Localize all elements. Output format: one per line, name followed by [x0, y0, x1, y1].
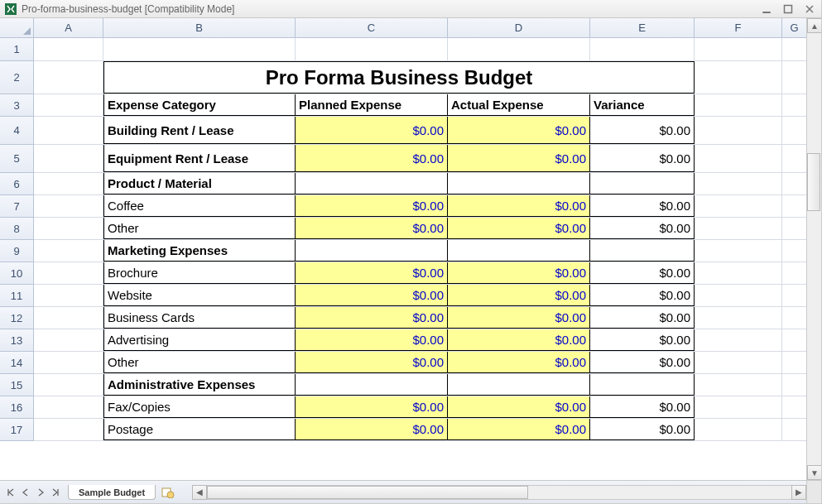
expense-label[interactable]: Business Cards: [103, 307, 296, 329]
expense-label[interactable]: Fax/Copies: [103, 396, 296, 418]
planned-value[interactable]: $0.00: [296, 262, 448, 284]
cell-F4[interactable]: [695, 117, 782, 144]
minimize-button[interactable]: [760, 3, 773, 15]
expense-label[interactable]: Equipment Rent / Lease: [103, 145, 296, 172]
tab-nav-prev[interactable]: [18, 485, 33, 500]
variance-value[interactable]: $0.00: [590, 419, 695, 440]
cell-G16[interactable]: [782, 396, 806, 418]
planned-value[interactable]: $0.00: [296, 352, 448, 373]
cell-G15[interactable]: [782, 374, 806, 396]
cell-B1[interactable]: [103, 38, 296, 60]
planned-value[interactable]: $0.00: [296, 195, 448, 217]
variance-value[interactable]: $0.00: [590, 307, 695, 329]
row-header-15[interactable]: 15: [0, 374, 34, 396]
cell-F5[interactable]: [695, 145, 782, 172]
cell-G9[interactable]: [782, 240, 806, 262]
cell-A15[interactable]: [34, 374, 103, 396]
horizontal-scrollbar[interactable]: ◀ ▶: [192, 485, 806, 500]
actual-value[interactable]: $0.00: [448, 307, 590, 329]
planned-value[interactable]: $0.00: [296, 419, 448, 440]
close-button[interactable]: [803, 3, 816, 15]
planned-value[interactable]: $0.00: [296, 218, 448, 239]
row-header-12[interactable]: 12: [0, 307, 34, 329]
column-header-D[interactable]: D: [448, 18, 590, 38]
header-variance[interactable]: Variance: [590, 94, 695, 116]
cell-A9[interactable]: [34, 240, 103, 262]
cell-C9[interactable]: [296, 240, 448, 262]
actual-value[interactable]: $0.00: [448, 145, 590, 172]
row-header-4[interactable]: 4: [0, 117, 34, 145]
cell-F8[interactable]: [695, 218, 782, 239]
section-label[interactable]: Marketing Expenses: [103, 240, 296, 262]
planned-value[interactable]: $0.00: [296, 307, 448, 329]
expense-label[interactable]: Building Rent / Lease: [103, 117, 296, 144]
column-header-E[interactable]: E: [590, 18, 695, 38]
cell-F1[interactable]: [695, 38, 782, 60]
variance-value[interactable]: $0.00: [590, 262, 695, 284]
actual-value[interactable]: $0.00: [448, 352, 590, 373]
row-header-10[interactable]: 10: [0, 262, 34, 285]
cell-D1[interactable]: [448, 38, 590, 60]
expense-label[interactable]: Coffee: [103, 195, 296, 217]
planned-value[interactable]: $0.00: [296, 145, 448, 172]
cell-A10[interactable]: [34, 262, 103, 284]
cell-D15[interactable]: [448, 374, 590, 396]
variance-value[interactable]: $0.00: [590, 352, 695, 373]
row-header-16[interactable]: 16: [0, 396, 34, 419]
cell-G7[interactable]: [782, 195, 806, 217]
cell-F17[interactable]: [695, 419, 782, 440]
cell-F9[interactable]: [695, 240, 782, 262]
cell-F11[interactable]: [695, 285, 782, 306]
cell-A4[interactable]: [34, 117, 103, 144]
cell-F3[interactable]: [695, 94, 782, 116]
row-header-7[interactable]: 7: [0, 195, 34, 218]
row-header-3[interactable]: 3: [0, 94, 34, 117]
cell-A14[interactable]: [34, 352, 103, 373]
row-header-6[interactable]: 6: [0, 173, 34, 195]
vscroll-track[interactable]: [807, 33, 821, 465]
cell-E9[interactable]: [590, 240, 695, 262]
scroll-down-button[interactable]: ▼: [807, 465, 822, 480]
actual-value[interactable]: $0.00: [448, 195, 590, 217]
variance-value[interactable]: $0.00: [590, 218, 695, 239]
expense-label[interactable]: Advertising: [103, 329, 296, 351]
cell-G10[interactable]: [782, 262, 806, 284]
scroll-left-button[interactable]: ◀: [192, 485, 207, 500]
spreadsheet-grid[interactable]: ABCDEFG 1234567891011121314151617 Pro Fo…: [0, 18, 806, 480]
section-label[interactable]: Administrative Expenses: [103, 374, 296, 396]
sheet-tab-active[interactable]: Sample Budget: [68, 485, 156, 500]
planned-value[interactable]: $0.00: [296, 285, 448, 306]
cell-A16[interactable]: [34, 396, 103, 418]
row-header-9[interactable]: 9: [0, 240, 34, 262]
maximize-button[interactable]: [781, 3, 795, 15]
cell-G1[interactable]: [782, 38, 806, 60]
actual-value[interactable]: $0.00: [448, 117, 590, 144]
cell-A2[interactable]: [34, 61, 103, 94]
planned-value[interactable]: $0.00: [296, 329, 448, 351]
tab-nav-last[interactable]: [48, 485, 63, 500]
cell-G4[interactable]: [782, 117, 806, 144]
row-header-11[interactable]: 11: [0, 285, 34, 307]
cell-G17[interactable]: [782, 419, 806, 440]
cell-F2[interactable]: [695, 61, 782, 94]
expense-label[interactable]: Postage: [103, 419, 296, 440]
row-header-13[interactable]: 13: [0, 329, 34, 352]
scroll-right-button[interactable]: ▶: [791, 485, 806, 500]
row-header-1[interactable]: 1: [0, 38, 34, 61]
cell-F7[interactable]: [695, 195, 782, 217]
cell-G2[interactable]: [782, 61, 806, 94]
cell-G6[interactable]: [782, 173, 806, 194]
vertical-scrollbar[interactable]: ▲ ▼: [806, 18, 821, 480]
variance-value[interactable]: $0.00: [590, 285, 695, 306]
header-category[interactable]: Expense Category: [103, 94, 296, 116]
column-header-B[interactable]: B: [103, 18, 296, 38]
expense-label[interactable]: Other: [103, 218, 296, 239]
header-planned[interactable]: Planned Expense: [296, 94, 448, 116]
actual-value[interactable]: $0.00: [448, 285, 590, 306]
cell-A5[interactable]: [34, 145, 103, 172]
row-header-2[interactable]: 2: [0, 61, 34, 94]
cell-A8[interactable]: [34, 218, 103, 239]
cell-F14[interactable]: [695, 352, 782, 373]
cell-A17[interactable]: [34, 419, 103, 440]
row-header-17[interactable]: 17: [0, 419, 34, 441]
